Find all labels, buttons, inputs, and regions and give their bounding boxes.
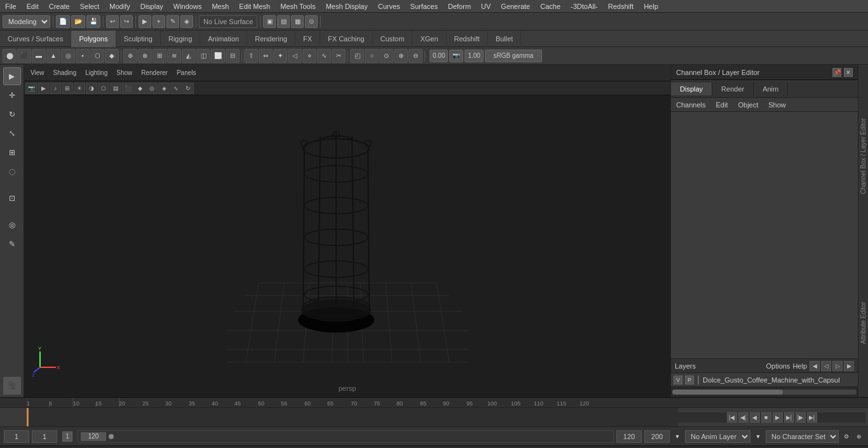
panels-menu[interactable]: Panels <box>173 69 200 77</box>
help-label[interactable]: Help <box>792 362 807 370</box>
layer-next-btn[interactable]: ▷ <box>832 361 843 371</box>
paint-select[interactable]: ✎ <box>3 235 21 253</box>
menu-display[interactable]: Display <box>135 1 168 11</box>
scale-tool[interactable]: ⤡ <box>3 125 21 142</box>
camera-icon[interactable]: 📷 <box>449 50 463 62</box>
layer-v-btn[interactable]: V <box>674 376 682 384</box>
object-menu[interactable]: Object <box>733 100 763 110</box>
anim-layer-expand[interactable]: ▼ <box>753 431 763 442</box>
ipr-btn[interactable]: ▦ <box>291 15 304 28</box>
boolean-icon[interactable]: ⊞ <box>153 49 166 63</box>
cut-icon[interactable]: ✂ <box>332 49 346 63</box>
sphere-icon[interactable]: ⬤ <box>3 49 17 63</box>
menu-cache[interactable]: Cache <box>535 1 566 11</box>
render-view-btn[interactable]: ▣ <box>263 15 276 28</box>
cylinder-icon[interactable]: ▬ <box>32 49 46 63</box>
cone-icon[interactable]: ▲ <box>46 49 60 63</box>
playback-prev-btn[interactable]: ◀ <box>750 412 760 423</box>
shading-menu[interactable]: Shading <box>50 69 81 77</box>
playback-prev-key-btn[interactable]: ◀| <box>738 412 749 423</box>
save-scene-btn[interactable]: 💾 <box>86 15 100 28</box>
frame-current-left[interactable]: 1 <box>4 430 29 443</box>
lasso-select[interactable]: ◎ <box>3 216 21 234</box>
menu-surfaces[interactable]: Surfaces <box>405 1 443 11</box>
tab-sculpting[interactable]: Sculpting <box>116 31 161 47</box>
append-icon[interactable]: ⊟ <box>226 49 240 63</box>
shrink-icon[interactable]: ⊖ <box>409 49 423 63</box>
menu-mesh-display[interactable]: Mesh Display <box>321 1 373 11</box>
torus-icon[interactable]: ◎ <box>61 49 75 63</box>
triangulate-icon[interactable]: ◭ <box>182 49 196 63</box>
layer-prev2-btn[interactable]: ◁ <box>821 361 831 371</box>
plane-icon[interactable]: ▪ <box>76 49 90 63</box>
layer-prev-btn[interactable]: ◀ <box>810 361 820 371</box>
edit-menu[interactable]: Edit <box>710 100 733 110</box>
extrude-icon[interactable]: ⇧ <box>244 49 258 63</box>
panel-pin-btn[interactable]: 📌 <box>832 68 841 77</box>
tab-animation[interactable]: Animation <box>200 31 247 47</box>
viewport[interactable]: View Shading Lighting Show Renderer Pane… <box>24 65 670 397</box>
playback-end-btn[interactable]: ▶| <box>807 412 817 423</box>
renderer-menu[interactable]: Renderer <box>137 69 172 77</box>
wedge-icon[interactable]: ◁ <box>288 49 302 63</box>
layer-scrollbar[interactable] <box>671 387 858 397</box>
camera-value1[interactable]: 0.00 <box>430 50 448 62</box>
paint-btn[interactable]: ✎ <box>166 15 179 28</box>
select-tool-btn[interactable]: ▶ <box>139 15 151 28</box>
timeline-range-bar[interactable]: 120 <box>78 430 614 443</box>
tab-render[interactable]: Render <box>712 83 754 95</box>
playback-next-key-btn[interactable]: |▶ <box>796 412 806 423</box>
tab-custom[interactable]: Custom <box>373 31 413 47</box>
anim-layer-select[interactable]: No Anim Layer <box>685 430 750 443</box>
menu-modify[interactable]: Modify <box>104 1 135 11</box>
view-menu[interactable]: View <box>27 69 48 77</box>
camera-value2[interactable]: 1.00 <box>465 50 483 62</box>
soft-select[interactable]: ◌ <box>3 163 21 180</box>
mode-select[interactable]: Modeling <box>3 15 50 28</box>
range-end-input[interactable]: 200 <box>644 430 670 443</box>
quadrangulate-icon[interactable]: ◫ <box>196 49 210 63</box>
tab-display[interactable]: Display <box>671 83 712 95</box>
crease-icon[interactable]: ∿ <box>317 49 331 63</box>
lighting-menu[interactable]: Lighting <box>81 69 111 77</box>
layer-next2-btn[interactable]: ▶ <box>844 361 854 371</box>
show-menu[interactable]: Show <box>112 69 136 77</box>
frame-end-input[interactable]: 120 <box>81 432 106 441</box>
playback-stop-btn[interactable]: ■ <box>761 412 771 423</box>
menu-curves[interactable]: Curves <box>373 1 405 11</box>
tab-fx-caching[interactable]: FX Caching <box>320 31 372 47</box>
undo-btn[interactable]: ↩ <box>106 15 119 28</box>
playback-start-btn[interactable]: |◀ <box>727 412 737 423</box>
disk-icon[interactable]: ⬡ <box>90 49 104 63</box>
char-set-btn[interactable]: ⚙ <box>841 431 851 442</box>
poke-icon[interactable]: ✦ <box>273 49 287 63</box>
tab-polygons[interactable]: Polygons <box>71 31 116 47</box>
layer-row[interactable]: V P Dolce_Gusto_Coffee_Machine_with_Caps… <box>671 373 858 387</box>
menu-uv[interactable]: UV <box>476 1 496 11</box>
open-scene-btn[interactable]: 📂 <box>71 15 85 28</box>
tab-anim[interactable]: Anim <box>754 83 788 95</box>
menu-file[interactable]: File <box>0 1 22 11</box>
loop-icon[interactable]: ○ <box>365 49 379 63</box>
menu-edit-mesh[interactable]: Edit Mesh <box>234 1 275 11</box>
attribute-editor-edge-label[interactable]: Attribute Editor <box>860 302 867 344</box>
tab-redshift[interactable]: Redshift <box>447 31 488 47</box>
snap-btn[interactable]: ◈ <box>180 15 193 28</box>
menu-edit[interactable]: Edit <box>22 1 44 11</box>
menu-windows[interactable]: Windows <box>168 1 207 11</box>
tab-rendering[interactable]: Rendering <box>247 31 295 47</box>
lasso-btn[interactable]: ⌖ <box>153 15 165 28</box>
select-tool[interactable]: ▶ <box>3 67 21 85</box>
char-set-option[interactable]: ⊕ <box>854 431 864 442</box>
menu-select[interactable]: Select <box>75 1 105 11</box>
redo-btn[interactable]: ↪ <box>120 15 133 28</box>
panel-close-btn[interactable]: ✕ <box>844 68 853 77</box>
tab-curves-surfaces[interactable]: Curves / Surfaces <box>0 31 71 47</box>
menu-mesh-tools[interactable]: Mesh Tools <box>275 1 320 11</box>
bridge-icon[interactable]: ⇔ <box>259 49 273 63</box>
smooth-icon[interactable]: ≋ <box>167 49 181 63</box>
ring-icon[interactable]: ⊙ <box>379 49 393 63</box>
cube-icon[interactable]: ⬛ <box>17 49 31 63</box>
universal-tool[interactable]: ⊞ <box>3 144 21 161</box>
render-seq-btn[interactable]: ▤ <box>277 15 290 28</box>
